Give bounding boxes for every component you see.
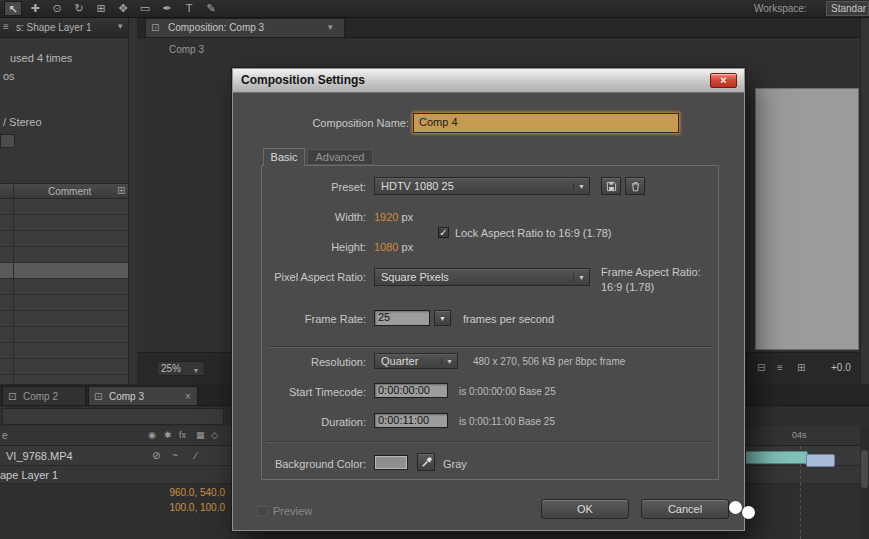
preset-value: HDTV 1080 25 [381, 180, 454, 192]
layer-duration-bar[interactable] [745, 451, 808, 464]
project-panel: ≡ s: Shape Layer 1 ▾ used 4 times os / S… [0, 18, 137, 384]
layer-switch-icon[interactable]: ~ [172, 450, 178, 461]
composition-settings-dialog: Composition Settings × Composition Name:… [232, 68, 745, 531]
eyedropper-icon [420, 456, 433, 469]
exposure-value[interactable]: +0.0 [831, 362, 851, 373]
position-property-value[interactable]: 960.0, 540.0 [140, 487, 225, 501]
type-tool-icon[interactable]: T [180, 1, 198, 16]
zoom-tool-icon[interactable]: ⊙ [48, 1, 66, 16]
zoom-level-value: 25% [161, 363, 181, 374]
cancel-button[interactable]: Cancel [641, 499, 729, 519]
background-color-swatch[interactable] [374, 455, 408, 470]
shape-tool-icon[interactable]: ▭ [136, 1, 154, 16]
panel-icon: ⊡ [8, 391, 16, 402]
selected-row[interactable] [0, 263, 128, 278]
height-label: Height: [243, 241, 366, 253]
height-number[interactable]: 1080 [374, 241, 398, 253]
preview-checkbox[interactable] [257, 505, 268, 516]
dialog-title: Composition Settings [241, 73, 365, 87]
save-preset-button[interactable] [601, 177, 621, 195]
width-number[interactable]: 1920 [374, 211, 398, 223]
column-divider [13, 183, 14, 384]
layer-switch-icon[interactable]: ∕ [195, 450, 197, 461]
layer-name: ape Layer 1 [0, 469, 58, 481]
background-color-label: Background Color: [243, 458, 366, 470]
delete-preset-button[interactable] [625, 177, 645, 195]
pixel-aspect-ratio-select[interactable]: Square Pixels ▼ [374, 268, 590, 286]
lock-aspect-checkbox[interactable]: ✓ [438, 227, 449, 238]
lock-aspect-label[interactable]: Lock Aspect Ratio to 16:9 (1.78) [455, 227, 612, 239]
panel-mini-button[interactable] [0, 134, 15, 148]
tab-basic[interactable]: Basic [263, 148, 305, 166]
rotation-tool-icon[interactable]: ↻ [70, 1, 88, 16]
project-scrollbar[interactable] [128, 18, 137, 384]
hand-tool-icon[interactable]: ✚ [26, 1, 44, 16]
time-ruler[interactable]: 04s [740, 426, 860, 446]
solo-column-icon[interactable]: ✱ [164, 430, 172, 440]
frame-rate-dropdown-button[interactable]: ▼ [434, 310, 451, 326]
preset-label: Preset: [243, 181, 366, 193]
top-toolbar: ↖ ✚ ⊙ ↻ ⊞ ✥ ▭ ✒ T ✎ Workspace: Standar [0, 0, 869, 18]
timeline-filter-input[interactable] [2, 408, 224, 425]
start-timecode-label: Start Timecode: [243, 386, 366, 398]
preset-select[interactable]: HDTV 1080 25 ▼ [374, 177, 590, 195]
ok-button[interactable]: OK [541, 499, 629, 519]
panel-icon: ⊡ [151, 22, 159, 33]
layer-duration-bar[interactable] [806, 454, 835, 467]
tab-caret-icon[interactable]: ▾ [328, 22, 333, 32]
frame-aspect-ratio-value: 16:9 (1.78) [601, 281, 654, 293]
view-option-icon[interactable]: ⊟ [757, 362, 765, 373]
panel-caret-icon[interactable]: ▾ [118, 21, 123, 31]
start-timecode-input[interactable]: 0:00:00:00 [374, 383, 448, 398]
zoom-level-select[interactable]: 25% ▾ [157, 361, 205, 376]
matte-column-icon[interactable]: ▦ [196, 430, 205, 440]
grid-view-icon[interactable]: ⊞ [117, 185, 125, 196]
width-unit: px [402, 211, 414, 223]
quality-column-icon[interactable]: ◇ [211, 430, 218, 440]
divider [267, 441, 713, 443]
tab-comp2[interactable]: ⊡ Comp 2 [2, 386, 86, 406]
composition-name-input[interactable]: Comp 4 [413, 113, 679, 133]
dialog-titlebar[interactable]: Composition Settings × [233, 69, 744, 93]
workspace-select[interactable]: Standar [826, 1, 869, 16]
item-info-line: / Stereo [3, 116, 42, 128]
frame-rate-input[interactable]: 25 [374, 310, 430, 326]
width-value[interactable]: 1920 px [374, 211, 413, 223]
composition-name-value: Comp 4 [415, 115, 677, 131]
tab-composition-comp3[interactable]: ⊡ Composition: Comp 3 ▾ [145, 18, 345, 38]
eye-column-icon[interactable]: ◉ [148, 430, 156, 440]
frame-rate-suffix: frames per second [463, 313, 554, 325]
pen-tool-icon[interactable]: ✒ [158, 1, 176, 16]
project-item-list[interactable] [0, 199, 128, 384]
pixel-aspect-ratio-value: Square Pixels [381, 271, 449, 283]
tab-advanced[interactable]: Advanced [307, 149, 373, 165]
close-tab-icon[interactable]: × [185, 391, 191, 402]
brush-tool-icon[interactable]: ✎ [202, 1, 220, 16]
workspace-label: Workspace: [754, 3, 807, 14]
close-icon[interactable]: × [710, 73, 737, 88]
duration-info: is 0:00:11:00 Base 25 [459, 416, 555, 427]
layer-switch-icon[interactable]: ⊘ [152, 450, 160, 461]
camera-tool-icon[interactable]: ⊞ [92, 1, 110, 16]
height-value[interactable]: 1080 px [374, 241, 413, 253]
panel-menu-icon[interactable]: ≡ [3, 21, 9, 32]
height-unit: px [402, 241, 414, 253]
viewer-scrollbar[interactable] [860, 18, 869, 384]
view-option-icon[interactable]: ≡ [777, 362, 783, 373]
tab-comp3[interactable]: ⊡ Comp 3 × [88, 386, 198, 406]
resolution-label: Resolution: [243, 356, 366, 368]
fx-column-icon[interactable]: fx [179, 430, 186, 440]
view-option-icon[interactable]: ⊞ [797, 362, 805, 373]
timeline-scrollbar-thumb[interactable] [861, 450, 868, 488]
tab-label: Composition: Comp 3 [168, 22, 264, 33]
pan-behind-tool-icon[interactable]: ✥ [114, 1, 132, 16]
selection-tool-icon[interactable]: ↖ [4, 1, 22, 16]
panel-icon: ⊡ [94, 391, 102, 402]
eyedropper-button[interactable] [417, 453, 435, 471]
scale-property-value[interactable]: 100.0, 100.0 [140, 502, 225, 516]
resolution-select[interactable]: Quarter ▼ [374, 353, 458, 369]
item-info-line: os [3, 70, 15, 82]
column-header-stub: e [2, 430, 8, 441]
comment-column-header[interactable]: Comment [0, 183, 128, 199]
duration-input[interactable]: 0:00:11:00 [374, 413, 448, 428]
